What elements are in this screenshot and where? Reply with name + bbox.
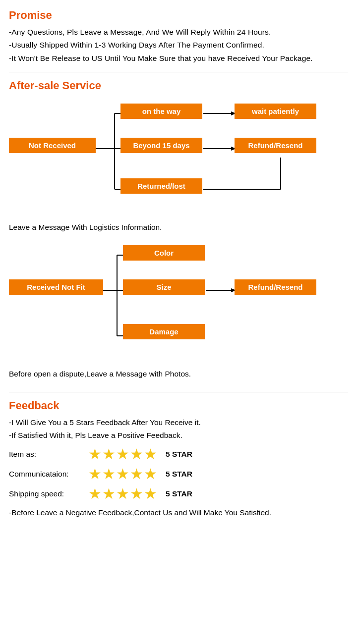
item-as-stars: ★ ★ ★ ★ ★ (88, 447, 158, 462)
size-box: Size (123, 279, 205, 295)
shipping-speed-label: Shipping speed: (9, 489, 88, 498)
star-2: ★ (102, 486, 116, 501)
promise-line-2: -Usually Shipped Within 1-3 Working Days… (9, 41, 264, 49)
refund-resend-box-2: Refund/Resend (235, 279, 316, 295)
dispute-info: Before open a dispute,Leave a Message wi… (9, 368, 348, 380)
shipping-speed-row: Shipping speed: ★ ★ ★ ★ ★ 5 STAR (9, 486, 348, 501)
star-3: ★ (116, 467, 129, 482)
promise-title: Promise (9, 9, 348, 22)
returned-lost-box: Returned/lost (120, 178, 202, 194)
shipping-speed-stars: ★ ★ ★ ★ ★ (88, 486, 158, 501)
beyond-15-days-box: Beyond 15 days (120, 138, 202, 153)
communication-label: Communicataion: (9, 470, 88, 479)
feedback-line-1: -I Will Give You a 5 Stars Feedback Afte… (9, 416, 348, 429)
star-4: ★ (130, 467, 143, 482)
item-as-row: Item as: ★ ★ ★ ★ ★ 5 STAR (9, 447, 348, 462)
star-2: ★ (102, 447, 116, 462)
item-as-count: 5 STAR (166, 450, 192, 459)
star-2: ★ (102, 467, 116, 482)
star-3: ★ (116, 447, 129, 462)
promise-section: Promise -Any Questions, Pls Leave a Mess… (9, 9, 348, 72)
star-3: ★ (116, 486, 129, 501)
communication-row: Communicataion: ★ ★ ★ ★ ★ 5 STAR (9, 467, 348, 482)
received-not-fit-box: Received Not Fit (9, 279, 103, 295)
feedback-section: Feedback -I Will Give You a 5 Stars Feed… (9, 399, 348, 525)
star-1: ★ (88, 467, 102, 482)
received-not-fit-diagram: Received Not Fit Color Size Damage Refun… (9, 239, 356, 363)
star-1: ★ (88, 486, 102, 501)
star-5: ★ (144, 447, 157, 462)
refund-resend-box-1: Refund/Resend (235, 138, 316, 153)
damage-box: Damage (123, 324, 205, 339)
star-1: ★ (88, 447, 102, 462)
aftersale-title: After-sale Service (9, 79, 348, 92)
shipping-speed-count: 5 STAR (166, 489, 192, 498)
communication-count: 5 STAR (166, 470, 192, 479)
feedback-title: Feedback (9, 399, 348, 412)
star-5: ★ (144, 486, 157, 501)
item-as-label: Item as: (9, 450, 88, 459)
logistics-info: Leave a Message With Logistics Informati… (9, 221, 348, 234)
promise-line-1: -Any Questions, Pls Leave a Message, And… (9, 28, 271, 36)
aftersale-section: After-sale Service (9, 79, 348, 392)
wait-patiently-box: wait patiently (235, 104, 316, 119)
color-box: Color (123, 245, 205, 261)
promise-text: -Any Questions, Pls Leave a Message, And… (9, 26, 348, 65)
on-the-way-box: on the way (120, 104, 202, 119)
feedback-closing: -Before Leave a Negative Feedback,Contac… (9, 506, 348, 519)
feedback-line-2: -If Satisfied With it, Pls Leave a Posit… (9, 429, 348, 442)
star-4: ★ (130, 486, 143, 501)
star-5: ★ (144, 467, 157, 482)
not-received-box: Not Received (9, 138, 96, 153)
not-received-diagram: Not Received on the way Beyond 15 days R… (9, 97, 356, 216)
promise-line-3: -It Won't Be Release to US Until You Mak… (9, 54, 313, 62)
star-4: ★ (130, 447, 143, 462)
communication-stars: ★ ★ ★ ★ ★ (88, 467, 158, 482)
